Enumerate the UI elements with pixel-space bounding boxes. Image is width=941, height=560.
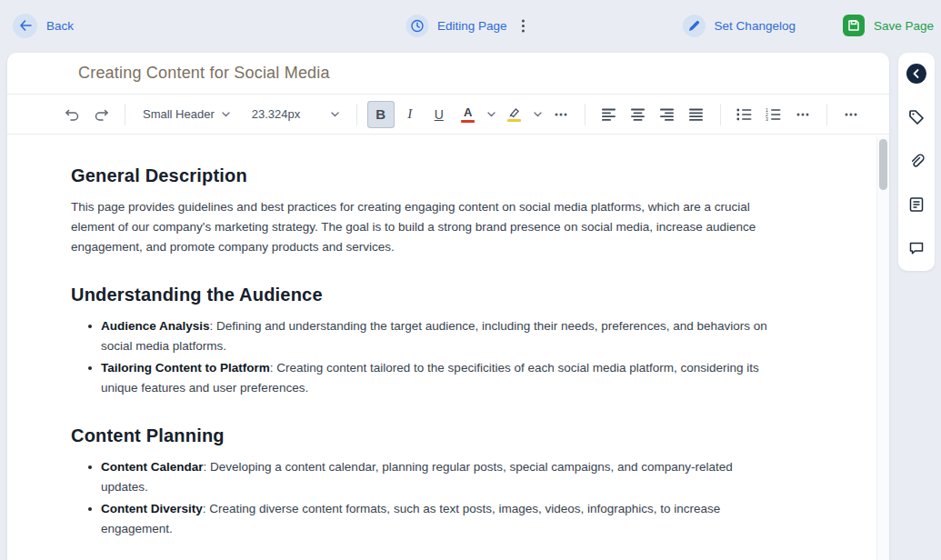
align-right-icon (660, 108, 675, 121)
align-right-button[interactable] (654, 101, 681, 128)
pencil-icon-wrap (683, 15, 706, 37)
align-justify-button[interactable] (683, 101, 710, 128)
bullet-list: Audience Analysis: Defining and understa… (71, 316, 780, 398)
save-icon (847, 19, 860, 32)
bullet-list: Content Calendar: Developing a content c… (71, 457, 780, 539)
bullet-label: Tailoring Content to Platform (101, 361, 270, 375)
highlight-color-bar (507, 119, 521, 122)
more-formatting-button[interactable] (547, 101, 575, 128)
chevron-down-icon (222, 112, 230, 117)
kebab-icon (522, 19, 526, 33)
section-heading: Understanding the Audience (71, 285, 780, 305)
tags-button[interactable] (906, 107, 926, 127)
align-left-icon (602, 108, 616, 121)
comment-icon (907, 239, 926, 257)
bullet-label: Content Calendar (101, 460, 204, 474)
chevron-down-icon (534, 112, 542, 117)
section-heading: General Description (71, 165, 780, 186)
topbar: Back Editing Page Set Changelog Save Pag… (0, 0, 941, 51)
bullet-label: Content Diversity (101, 502, 203, 515)
ellipsis-icon (796, 113, 809, 116)
bold-button[interactable]: B (367, 101, 395, 128)
ellipsis-icon (555, 113, 567, 116)
undo-button[interactable] (58, 101, 85, 128)
page-icon (907, 195, 926, 214)
clock-icon (410, 19, 424, 33)
paperclip-icon (907, 152, 926, 170)
text-color-stack: A (461, 106, 475, 123)
toolbar-separator (125, 104, 125, 125)
chevron-down-icon (487, 112, 496, 117)
vertical-scrollbar[interactable] (876, 136, 889, 560)
svg-text:3: 3 (766, 115, 768, 120)
section-paragraph: This page provides guidelines and best p… (71, 197, 780, 257)
bullet-label: Audience Analysis (101, 319, 210, 333)
toolbar-separator (720, 104, 721, 125)
text-color-bar (461, 120, 475, 123)
right-sidebar (898, 53, 935, 271)
back-button[interactable] (13, 14, 37, 38)
list-item: Tailoring Content to Platform: Creating … (101, 358, 780, 398)
toolbar-separator (826, 104, 827, 125)
topbar-center: Editing Page (405, 0, 531, 51)
editor-panel: Creating Content for Social Media Small … (7, 53, 889, 560)
list-item: Content Calendar: Developing a content c… (101, 457, 780, 497)
set-changelog-label: Set Changelog (715, 19, 796, 33)
highlight-stack (507, 107, 521, 122)
align-center-button[interactable] (625, 101, 652, 128)
tag-icon (907, 108, 926, 126)
redo-icon (94, 107, 109, 122)
underline-button[interactable]: U (425, 101, 453, 128)
text-color-dropdown[interactable] (484, 101, 499, 128)
arrow-left-icon (19, 20, 32, 31)
ellipsis-icon (845, 113, 857, 116)
pencil-icon (688, 20, 700, 32)
page-title-input[interactable]: Creating Content for Social Media (78, 64, 889, 83)
comments-button[interactable] (906, 238, 926, 258)
page-properties-button[interactable] (906, 195, 926, 215)
document-content[interactable]: General Description This page provides g… (7, 136, 876, 559)
numbered-list-button[interactable]: 123 (760, 101, 787, 128)
font-size-value: 23.324px (252, 107, 301, 121)
chevron-down-icon (331, 112, 339, 117)
undo-icon (65, 107, 80, 122)
more-list-button[interactable] (789, 101, 816, 128)
highlight-button[interactable] (501, 101, 528, 128)
save-page-button[interactable]: Save Page (843, 15, 934, 36)
paragraph-style-dropdown[interactable]: Small Header (135, 101, 237, 128)
text-color-letter: A (464, 106, 472, 118)
text-color-button[interactable]: A (455, 101, 482, 128)
section-heading: Content Planning (71, 425, 780, 446)
italic-button[interactable]: I (396, 101, 424, 128)
save-icon-wrap (843, 15, 865, 36)
highlighter-icon (507, 107, 521, 117)
scrollbar-thumb[interactable] (879, 139, 887, 190)
title-row: Creating Content for Social Media (7, 53, 889, 95)
document-scroll-area[interactable]: General Description This page provides g… (7, 136, 876, 560)
redo-button[interactable] (87, 101, 115, 128)
bullet-list-button[interactable] (731, 101, 758, 128)
align-justify-icon (689, 108, 704, 121)
editor-toolbar: Small Header 23.324px B I U A (7, 95, 889, 135)
list-item: Content Diversity: Creating diverse cont… (101, 499, 780, 539)
topbar-right: Set Changelog Save Page (683, 0, 934, 51)
align-left-button[interactable] (596, 101, 623, 128)
list-item: Audience Analysis: Defining and understa… (101, 316, 780, 356)
highlight-dropdown[interactable] (530, 101, 546, 128)
history-button[interactable] (405, 15, 428, 37)
collapse-sidebar-button[interactable] (906, 64, 926, 84)
chevron-left-circle-icon (906, 64, 926, 84)
toolbar-overflow-button[interactable] (837, 101, 865, 128)
back-label[interactable]: Back (46, 19, 74, 33)
set-changelog-button[interactable]: Set Changelog (683, 15, 796, 37)
paragraph-style-value: Small Header (143, 107, 215, 121)
save-page-label: Save Page (874, 19, 934, 33)
toolbar-separator (356, 104, 357, 125)
topbar-left: Back (13, 0, 74, 51)
toolbar-separator (585, 104, 586, 125)
numbered-list-icon: 123 (766, 108, 781, 121)
page-menu-button[interactable] (516, 15, 531, 36)
font-size-dropdown[interactable]: 23.324px (245, 101, 346, 128)
attachments-button[interactable] (906, 151, 926, 171)
editing-page-label[interactable]: Editing Page (437, 19, 507, 33)
